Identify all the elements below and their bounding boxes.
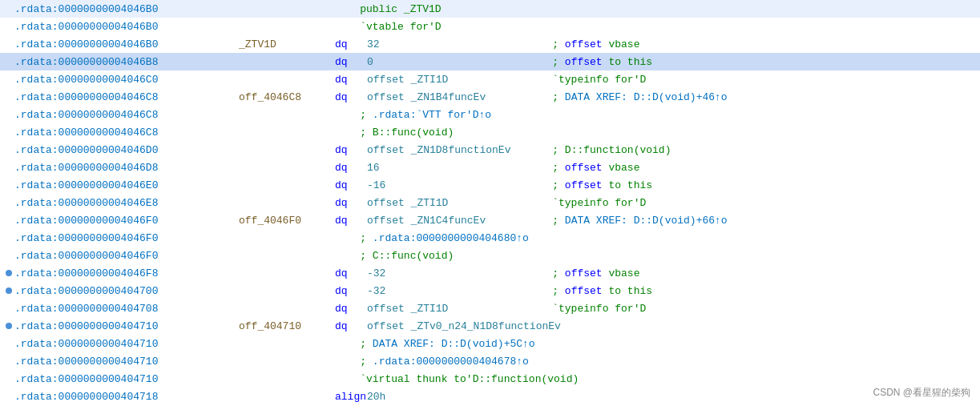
operand: offset _ZTI1D — [367, 197, 527, 209]
line-content: .rdata:00000000004046B8 dq 0 ; offset to… — [14, 56, 977, 68]
table-row[interactable]: .rdata:0000000000404700 dq -32 ; offset … — [0, 282, 980, 299]
breakpoint-dot — [6, 270, 12, 276]
dot-col — [3, 287, 14, 294]
comment: `typeinfo for'D — [552, 74, 646, 86]
table-row[interactable]: .rdata:00000000004046D0 dq offset _ZN1D8… — [0, 141, 980, 159]
comment-semicolon: ; — [360, 250, 373, 262]
comment-semicolon: ; — [552, 215, 565, 227]
table-row[interactable]: .rdata:0000000000404710 `virtual thunk t… — [0, 370, 980, 388]
line-content: .rdata:00000000004046E0 dq -16 ; offset … — [14, 179, 977, 191]
table-row[interactable]: .rdata:0000000000404718 align 20h — [0, 388, 980, 405]
comment: ; .rdata:0000000000404680↑o — [360, 232, 529, 244]
mnemonic: dq — [335, 320, 367, 332]
comment-semicolon: ; — [360, 338, 373, 350]
operand: offset _ZN1C4funcEv — [367, 215, 527, 227]
table-row[interactable]: .rdata:00000000004046C8 ; .rdata:`VTT fo… — [0, 106, 980, 123]
comment-semicolon: ; — [360, 127, 373, 139]
address: .rdata:00000000004046C8 — [14, 109, 239, 121]
comment: ; offset vbase — [552, 267, 639, 279]
comment: ; DATA XREF: D::D(void)+46↑o — [552, 91, 727, 103]
mnemonic: dq — [335, 38, 367, 50]
line-content: .rdata:00000000004046F0 ; C::func(void) — [14, 250, 977, 262]
comment-semicolon: ; — [552, 144, 565, 156]
operand: 20h — [367, 391, 527, 403]
comment-semicolon: ; — [360, 232, 373, 244]
table-row[interactable]: .rdata:00000000004046C0 dq offset _ZTI1D… — [0, 70, 980, 88]
operand: offset _ZN1D8functionEv — [367, 144, 527, 156]
table-row[interactable]: .rdata:00000000004046F8 dq -32 ; offset … — [0, 264, 980, 282]
address: .rdata:00000000004046F8 — [14, 267, 239, 279]
table-row[interactable]: .rdata:00000000004046B0 `vtable for'D — [0, 18, 980, 35]
address: .rdata:00000000004046E8 — [14, 197, 239, 209]
table-row[interactable]: .rdata:00000000004046B8 dq 0 ; offset to… — [0, 53, 980, 70]
line-content: .rdata:00000000004046F0 off_4046F0dq off… — [14, 215, 977, 227]
line-content: .rdata:0000000000404710 ; .rdata:0000000… — [14, 356, 977, 368]
breakpoint-dot — [6, 323, 12, 329]
mnemonic: align — [335, 391, 367, 403]
table-row[interactable]: .rdata:0000000000404708 dq offset _ZTI1D… — [0, 299, 980, 317]
line-content: .rdata:00000000004046C8 off_4046C8dq off… — [14, 91, 977, 103]
operand: offset _ZTv0_n24_N1D8functionEv — [367, 320, 561, 332]
comment: ; B::func(void) — [360, 127, 454, 139]
mnemonic: dq — [335, 56, 367, 68]
table-row[interactable]: .rdata:00000000004046F0 off_4046F0dq off… — [0, 211, 980, 229]
address: .rdata:0000000000404718 — [14, 391, 239, 403]
table-row[interactable]: .rdata:00000000004046B0 _ZTV1Ddq 32 ; of… — [0, 35, 980, 53]
line-content: .rdata:0000000000404710 ; DATA XREF: D::… — [14, 338, 977, 350]
address: .rdata:00000000004046E0 — [14, 179, 239, 191]
table-row[interactable]: .rdata:00000000004046D8 dq 16 ; offset v… — [0, 159, 980, 176]
table-row[interactable]: .rdata:00000000004046E0 dq -16 ; offset … — [0, 176, 980, 194]
table-row[interactable]: .rdata:00000000004046C8 off_4046C8dq off… — [0, 88, 980, 106]
comment: ; D::function(void) — [552, 144, 671, 156]
table-row[interactable]: .rdata:00000000004046B0 public _ZTV1D — [0, 0, 980, 18]
address: .rdata:00000000004046C8 — [14, 127, 239, 139]
operand: offset _ZTI1D — [367, 303, 527, 315]
mnemonic: dq — [335, 179, 367, 191]
comment: `virtual thunk to'D::function(void) — [360, 373, 579, 385]
operand: -32 — [367, 267, 527, 279]
dot-col — [3, 270, 14, 276]
address: .rdata:0000000000404708 — [14, 303, 239, 315]
comment: public _ZTV1D — [360, 3, 441, 15]
label: off_4046C8 — [239, 91, 335, 103]
code-view: .rdata:00000000004046B0 public _ZTV1D.rd… — [0, 0, 980, 406]
line-content: .rdata:0000000000404710 `virtual thunk t… — [14, 373, 977, 385]
line-content: .rdata:00000000004046E8 dq offset _ZTI1D… — [14, 197, 977, 209]
comment-semicolon: ; — [552, 56, 565, 68]
comment-semicolon: ; — [360, 109, 373, 121]
table-row[interactable]: .rdata:0000000000404710 off_404710dq off… — [0, 317, 980, 335]
table-row[interactable]: .rdata:0000000000404710 ; DATA XREF: D::… — [0, 335, 980, 352]
line-content: .rdata:00000000004046F0 ; .rdata:0000000… — [14, 232, 977, 244]
address: .rdata:00000000004046B0 — [14, 21, 239, 33]
comment-semicolon: ; — [552, 91, 565, 103]
mnemonic: dq — [335, 267, 367, 279]
line-content: .rdata:00000000004046B0 `vtable for'D — [14, 21, 977, 33]
comment: `typeinfo for'D — [552, 197, 646, 209]
label: off_404710 — [239, 320, 335, 332]
comment-semicolon: ; — [360, 356, 373, 368]
line-content: .rdata:00000000004046C8 ; B::func(void) — [14, 127, 977, 139]
comment-semicolon: ; — [552, 267, 565, 279]
line-content: .rdata:00000000004046C0 dq offset _ZTI1D… — [14, 74, 977, 86]
operand: -16 — [367, 179, 527, 191]
table-row[interactable]: .rdata:00000000004046F0 ; C::func(void) — [0, 247, 980, 264]
operand: 16 — [367, 162, 527, 174]
operand: 32 — [367, 38, 527, 50]
table-row[interactable]: .rdata:00000000004046F0 ; .rdata:0000000… — [0, 229, 980, 247]
address: .rdata:0000000000404700 — [14, 285, 239, 297]
line-content: .rdata:00000000004046B0 public _ZTV1D — [14, 3, 977, 15]
comment: ; DATA XREF: D::D(void)+66↑o — [552, 215, 727, 227]
table-row[interactable]: .rdata:00000000004046E8 dq offset _ZTI1D… — [0, 194, 980, 211]
mnemonic: dq — [335, 162, 367, 174]
comment: ; offset to this — [552, 179, 652, 191]
table-row[interactable]: .rdata:0000000000404710 ; .rdata:0000000… — [0, 352, 980, 370]
comment: ; DATA XREF: D::D(void)+5C↑o — [360, 338, 534, 350]
comment: ; offset to this — [552, 56, 652, 68]
table-row[interactable]: .rdata:00000000004046C8 ; B::func(void) — [0, 123, 980, 141]
address: .rdata:00000000004046B0 — [14, 3, 239, 15]
line-content: .rdata:0000000000404710 off_404710dq off… — [14, 320, 977, 332]
comment-semicolon: ; — [552, 179, 565, 191]
operand: 0 — [367, 56, 527, 68]
address: .rdata:0000000000404710 — [14, 320, 239, 332]
mnemonic: dq — [335, 285, 367, 297]
